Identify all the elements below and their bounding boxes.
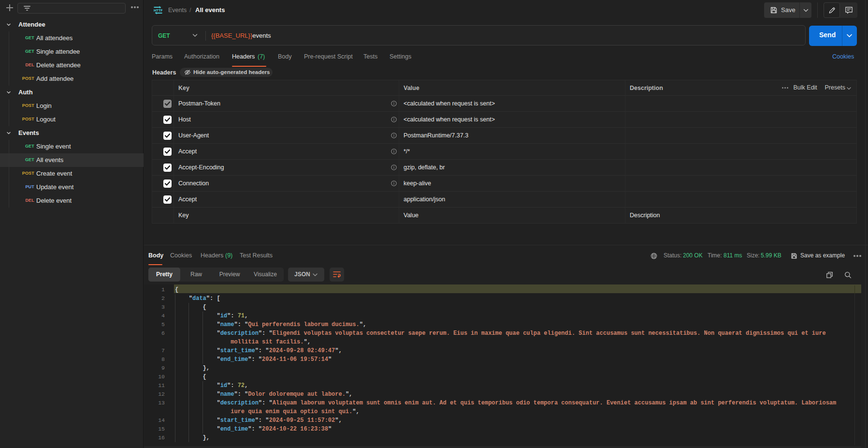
svg-text:HTTP: HTTP bbox=[154, 8, 162, 13]
